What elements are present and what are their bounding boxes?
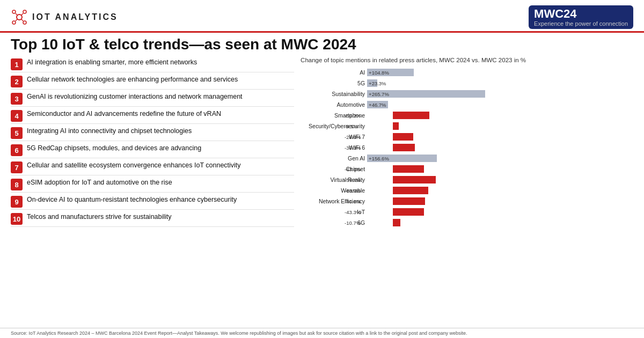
main-content: 1 AI integration is enabling smarter, mo…: [0, 56, 644, 328]
bar-label: 5G: [301, 80, 365, 86]
bar-container: -10.7%: [367, 219, 633, 226]
svg-point-1: [12, 10, 16, 13]
footer: Source: IoT Analytics Research 2024 – MW…: [0, 328, 644, 338]
bar-container: -59.4%: [367, 176, 633, 183]
bar-value-neg: -48.9%: [345, 188, 361, 194]
trend-text: Telcos and manufacturers strive for sust…: [27, 212, 172, 222]
negative-bar: [393, 197, 425, 205]
iot-analytics-icon: [11, 9, 28, 26]
bar-value: +265.7%: [369, 91, 389, 97]
negative-bar: [393, 165, 424, 173]
title-row: Top 10 IoT & telco trends—as seen at MWC…: [0, 33, 644, 56]
trend-item: 7 Cellular and satellite ecosystem conve…: [11, 159, 294, 175]
mwc-title: MWC24: [534, 8, 628, 20]
bar-value-neg: -8.5%: [345, 123, 358, 129]
bar-container: -44.4%: [367, 197, 633, 205]
bar-container: -43.0%: [367, 165, 633, 173]
bar-label: Gen AI: [301, 155, 365, 161]
trend-number: 4: [11, 110, 23, 122]
positive-bar: +46.7%: [367, 101, 388, 108]
chart-body: AI+104.8%5G+23.3%Sustainability+265.7%Au…: [301, 68, 633, 328]
trend-number: 3: [11, 93, 23, 105]
bar-row: WiFi 7-28.0%: [301, 132, 633, 142]
bar-value-neg: -10.7%: [345, 220, 361, 226]
bar-row: Sustainability+265.7%: [301, 89, 633, 99]
bar-container: +265.7%: [367, 90, 633, 98]
bar-label: Automotive: [301, 101, 365, 108]
bar-value: +104.8%: [369, 70, 389, 76]
logo-text: IOT ANALYTICS: [32, 12, 118, 22]
bar-value-neg: -50.2%: [345, 113, 361, 119]
trend-text: Semiconductor and AI advancements redefi…: [27, 109, 221, 119]
svg-line-8: [21, 19, 23, 21]
svg-point-2: [23, 10, 26, 13]
trend-number: 6: [11, 144, 23, 156]
trend-item: 2 Cellular network technologies are enha…: [11, 74, 294, 90]
bar-label: AI: [301, 69, 365, 76]
svg-point-3: [12, 21, 16, 24]
trend-item: 6 5G RedCap chipsets, modules, and devic…: [11, 142, 294, 158]
bar-row: 5G+23.3%: [301, 78, 633, 88]
logo-area: IOT ANALYTICS: [11, 9, 118, 26]
bar-row: IoT-43.3%: [301, 207, 633, 217]
trend-text: Integrating AI into connectivity and chi…: [27, 127, 192, 136]
trend-text: 5G RedCap chipsets, modules, and devices…: [27, 144, 201, 153]
trend-text: eSIM adoption for IoT and automotive on …: [27, 178, 172, 187]
bar-container: +104.8%: [367, 69, 633, 76]
bar-value: +23.3%: [369, 80, 386, 86]
bar-row: Virtual Reality-59.4%: [301, 175, 633, 185]
bar-row: WiFi 6-30.3%: [301, 143, 633, 152]
bar-value: +156.6%: [369, 156, 389, 161]
main-title: Top 10 IoT & telco trends—as seen at MWC…: [11, 36, 633, 53]
bar-value-neg: -59.4%: [345, 177, 361, 183]
negative-bar: [393, 133, 413, 141]
mwc-subtitle: Experience the power of connection: [534, 20, 628, 27]
positive-bar: +23.3%: [367, 79, 377, 87]
page-container: IOT ANALYTICS MWC24 Experience the power…: [0, 0, 644, 338]
trend-number: 7: [11, 161, 23, 173]
negative-bar: [393, 187, 428, 194]
svg-line-5: [16, 13, 18, 16]
trend-number: 1: [11, 58, 23, 70]
trend-text: GenAI is revolutionizing customer intera…: [27, 92, 243, 101]
bar-label: Sustainability: [301, 91, 365, 97]
bar-container: +23.3%: [367, 79, 633, 87]
trend-item: 8 eSIM adoption for IoT and automotive o…: [11, 177, 294, 193]
trend-item: 10 Telcos and manufacturers strive for s…: [11, 211, 294, 227]
bar-container: +46.7%: [367, 101, 633, 108]
positive-bar: +104.8%: [367, 69, 414, 76]
trend-number: 2: [11, 76, 23, 87]
trend-item: 4 Semiconductor and AI advancements rede…: [11, 108, 294, 124]
trend-text: Cellular network technologies are enhanc…: [27, 75, 238, 84]
bar-row: 6G-10.7%: [301, 218, 633, 227]
bar-row: AI+104.8%: [301, 68, 633, 77]
bar-value-neg: -44.4%: [345, 199, 361, 204]
trend-item: 3 GenAI is revolutionizing customer inte…: [11, 91, 294, 107]
positive-bar: +265.7%: [367, 90, 485, 98]
trend-item: 5 Integrating AI into connectivity and c…: [11, 125, 294, 141]
mwc-badge: MWC24 Experience the power of connection: [529, 5, 633, 29]
trend-text: AI integration is enabling smarter, more…: [27, 58, 197, 67]
bar-value-neg: -30.3%: [345, 145, 361, 151]
bar-row: Smartphone-50.2%: [301, 111, 633, 120]
bar-row: Chipset-43.0%: [301, 164, 633, 174]
trend-number: 10: [11, 213, 23, 225]
bar-value-neg: -43.3%: [345, 209, 361, 215]
bar-row: Wearable-48.9%: [301, 186, 633, 195]
trend-number: 5: [11, 127, 23, 139]
bar-row: Network Efficiency-44.4%: [301, 196, 633, 206]
bar-value-neg: -43.0%: [345, 166, 361, 172]
negative-bar: [393, 122, 399, 130]
trend-text: Cellular and satellite ecosystem converg…: [27, 161, 241, 170]
bar-container: -48.9%: [367, 187, 633, 194]
negative-bar: [393, 176, 436, 183]
chart-area: Change of topic mentions in related pres…: [301, 56, 633, 328]
bar-container: -30.3%: [367, 144, 633, 151]
svg-line-7: [16, 19, 18, 21]
negative-bar: [393, 144, 415, 151]
trend-number: 8: [11, 179, 23, 190]
trend-list: 1 AI integration is enabling smarter, mo…: [11, 56, 294, 328]
positive-bar: +156.6%: [367, 155, 437, 162]
trend-item: 1 AI integration is enabling smarter, mo…: [11, 56, 294, 72]
negative-bar: [393, 112, 429, 119]
